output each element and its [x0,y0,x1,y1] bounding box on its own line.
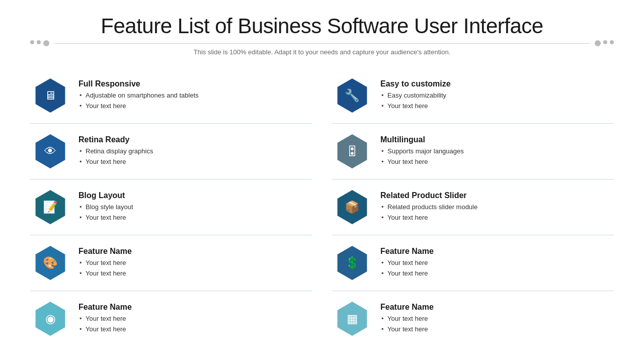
feature-name-label-full-responsive: Full Responsive [78,79,312,88]
feature-text-feature-name-paint: Feature NameYour text hereYour text here [78,247,312,279]
bullet-retina-ready-1: Your text here [78,157,312,167]
feature-text-blog-layout: Blog LayoutBlog style layoutYour text he… [78,191,312,223]
dot-2 [37,40,41,44]
feature-name-label-related-product: Related Product Slider [380,191,614,200]
icon-paint-icon: 🎨 [43,257,58,269]
feature-bullets-feature-name-eye: Your text hereYour text here [78,314,312,335]
icon-retina-icon: 👁 [44,145,56,157]
icon-eye-icon: ◉ [45,313,56,325]
feature-name-label-blog-layout: Blog Layout [78,191,312,200]
feature-text-multilingual: MultilingualSupports major languagesYour… [380,135,614,167]
feature-row-retina-ready: 👁Retina ReadyRetina display graphicsYour… [30,124,312,179]
bullet-multilingual-0: Supports major languages [380,146,614,157]
bullet-full-responsive-1: Your text here [78,101,312,112]
feature-bullets-feature-name-grid: Your text hereYour text here [380,314,614,335]
feature-text-feature-name-eye: Feature NameYour text hereYour text here [78,303,312,335]
bullet-related-product-0: Related products slider module [380,202,614,213]
feature-row-full-responsive: 🖥Full ResponsiveAdjustable on smartphone… [30,68,312,124]
feature-row-feature-name-eye: ◉Feature NameYour text hereYour text her… [30,291,312,346]
page-title: Feature List of Business Software User I… [30,14,614,38]
hex-icon-related-product: 📦 [332,185,372,230]
feature-name-label-easy-customize: Easy to customize [380,79,614,88]
bullet-retina-ready-0: Retina display graphics [78,146,312,157]
feature-name-label-feature-name-money: Feature Name [380,247,614,256]
main-content: 🖥Full ResponsiveAdjustable on smartphone… [30,68,614,346]
dot-group-left [30,40,49,46]
feature-name-label-retina-ready: Retina Ready [78,135,312,144]
left-column: 🖥Full ResponsiveAdjustable on smartphone… [30,68,312,346]
slide: Feature List of Business Software User I… [0,0,644,362]
hex-icon-multilingual: 🎛 [332,129,372,174]
hex-icon-feature-name-grid: ▦ [332,296,372,341]
bullet-feature-name-grid-1: Your text here [380,324,614,335]
feature-text-feature-name-grid: Feature NameYour text hereYour text here [380,303,614,335]
feature-name-label-feature-name-paint: Feature Name [78,247,312,256]
feature-row-blog-layout: 📝Blog LayoutBlog style layoutYour text h… [30,179,312,235]
icon-slider-icon: 📦 [345,201,360,213]
icon-customize-icon: 🔧 [345,89,360,102]
dot-5 [603,40,607,44]
hex-icon-feature-name-paint: 🎨 [30,240,70,286]
bullet-easy-customize-1: Your text here [380,101,614,112]
bullet-blog-layout-0: Blog style layout [78,202,312,213]
bullet-feature-name-paint-0: Your text here [78,258,312,268]
bullet-related-product-1: Your text here [380,213,614,223]
feature-row-easy-customize: 🔧Easy to customizeEasy customizabilityYo… [332,68,614,124]
feature-bullets-multilingual: Supports major languagesYour text here [380,146,614,167]
bullet-feature-name-money-0: Your text here [380,258,614,268]
hex-icon-easy-customize: 🔧 [332,73,372,118]
feature-name-label-feature-name-eye: Feature Name [78,303,312,312]
feature-name-label-feature-name-grid: Feature Name [380,303,614,312]
bullet-multilingual-1: Your text here [380,157,614,167]
feature-row-multilingual: 🎛MultilingualSupports major languagesYou… [332,124,614,179]
bullet-blog-layout-1: Your text here [78,213,312,223]
dot-group-right [595,40,614,46]
icon-blog-icon: 📝 [43,201,58,213]
feature-row-feature-name-grid: ▦Feature NameYour text hereYour text her… [332,291,614,346]
bullet-feature-name-money-1: Your text here [380,268,614,279]
feature-text-related-product: Related Product SliderRelated products s… [380,191,614,223]
feature-text-feature-name-money: Feature NameYour text hereYour text here [380,247,614,279]
hex-icon-retina-ready: 👁 [30,129,70,174]
right-column: 🔧Easy to customizeEasy customizabilityYo… [332,68,614,346]
feature-bullets-related-product: Related products slider moduleYour text … [380,202,614,223]
feature-row-feature-name-paint: 🎨Feature NameYour text hereYour text her… [30,235,312,291]
icon-responsive-icon: 🖥 [44,89,56,102]
header-divider [30,40,614,46]
feature-bullets-blog-layout: Blog style layoutYour text here [78,202,312,223]
feature-bullets-retina-ready: Retina display graphicsYour text here [78,146,312,167]
hex-icon-feature-name-money: 💲 [332,240,372,286]
bullet-feature-name-grid-0: Your text here [380,314,614,324]
bullet-full-responsive-0: Adjustable on smartphones and tablets [78,90,312,101]
feature-row-feature-name-money: 💲Feature NameYour text hereYour text her… [332,235,614,291]
feature-bullets-feature-name-paint: Your text hereYour text here [78,258,312,279]
bullet-easy-customize-0: Easy customizability [380,90,614,101]
header-line [54,43,590,44]
dot-3 [43,40,49,46]
hex-icon-feature-name-eye: ◉ [30,296,70,341]
dot-6 [610,40,614,44]
icon-grid-icon: ▦ [347,313,358,325]
dot-1 [30,40,34,44]
bullet-feature-name-eye-1: Your text here [78,324,312,335]
subtitle: This slide is 100% editable. Adapt it to… [30,48,614,56]
hex-icon-blog-layout: 📝 [30,185,70,230]
feature-bullets-full-responsive: Adjustable on smartphones and tabletsYou… [78,90,312,112]
dot-4 [595,40,601,46]
feature-text-retina-ready: Retina ReadyRetina display graphicsYour … [78,135,312,167]
hex-icon-full-responsive: 🖥 [30,73,70,118]
feature-bullets-feature-name-money: Your text hereYour text here [380,258,614,279]
bullet-feature-name-paint-1: Your text here [78,268,312,279]
header: Feature List of Business Software User I… [30,0,614,59]
icon-money-icon: 💲 [345,257,360,269]
bullet-feature-name-eye-0: Your text here [78,314,312,324]
feature-text-full-responsive: Full ResponsiveAdjustable on smartphones… [78,79,312,112]
icon-multilingual-icon: 🎛 [346,145,358,157]
feature-bullets-easy-customize: Easy customizabilityYour text here [380,90,614,112]
feature-row-related-product: 📦Related Product SliderRelated products … [332,179,614,235]
feature-text-easy-customize: Easy to customizeEasy customizabilityYou… [380,79,614,112]
feature-name-label-multilingual: Multilingual [380,135,614,144]
